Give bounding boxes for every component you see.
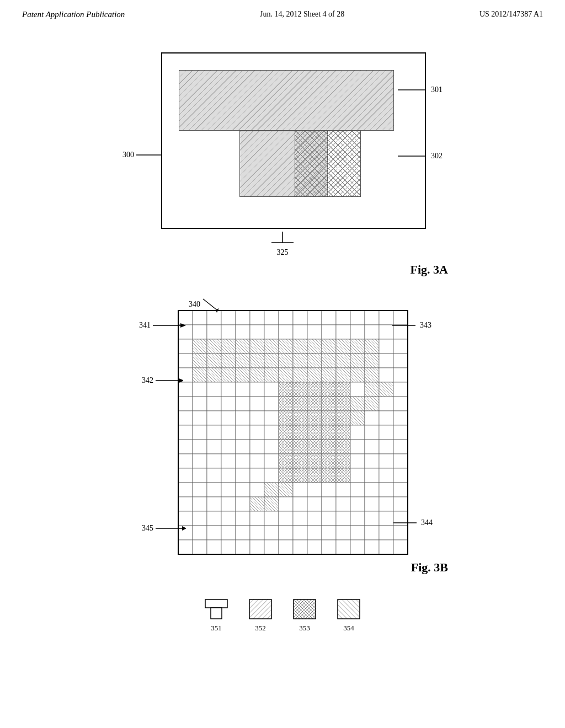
legend-item-352: 352 (247, 597, 274, 633)
label-345: 345 (142, 524, 186, 533)
legend-label-354: 354 (343, 624, 354, 633)
svg-line-6 (203, 299, 217, 310)
fig3a-t-top (179, 70, 394, 131)
label-301: 301 (398, 85, 443, 94)
arrow-342 (156, 377, 183, 385)
legend-label-352: 352 (255, 624, 266, 633)
svg-marker-9 (180, 323, 186, 328)
legend-label-353: 353 (299, 624, 310, 633)
header-left-text: Patent Application Publication (22, 10, 125, 19)
arrow-302 (398, 152, 431, 160)
page-header: Patent Application Publication Jun. 14, … (0, 0, 565, 25)
fig3b-title: Fig. 3B (117, 560, 448, 575)
fig3b-grid-area (178, 310, 407, 555)
label-302: 302 (398, 152, 443, 160)
label-340: 340 (189, 296, 228, 313)
arrow-343 (392, 322, 420, 330)
main-content: 300 (0, 25, 565, 644)
legend-item-354: 354 (335, 597, 363, 633)
svg-rect-17 (211, 608, 222, 619)
legend-section: 351 352 (33, 597, 532, 633)
label-341: 341 (139, 321, 186, 330)
arrow-345 (156, 524, 186, 533)
fig3a-overlap (295, 131, 361, 197)
legend-symbol-354 (335, 597, 363, 622)
arrow-300 (122, 149, 167, 160)
svg-rect-24 (338, 599, 360, 619)
label-343: 343 (392, 321, 431, 330)
fig3b-section: 340 341 342 (33, 310, 532, 575)
label-344: 344 (393, 518, 433, 527)
svg-rect-22 (294, 599, 316, 619)
legend-label-351: 351 (211, 624, 222, 633)
arrow-341 (153, 322, 186, 330)
fig3a-diagram: 301 302 325 (161, 52, 404, 257)
label-325: 325 (161, 232, 404, 257)
fig3a-title: Fig. 3A (117, 263, 448, 277)
legend-symbol-351 (202, 597, 230, 622)
svg-rect-16 (205, 599, 227, 608)
fig3a-section: 300 (33, 52, 532, 277)
fig3a-outer-box (161, 52, 426, 229)
header-center-text: Jun. 14, 2012 Sheet 4 of 28 (260, 10, 344, 19)
fig3b-wrapper: 340 341 342 (117, 310, 448, 555)
legend-symbol-353 (291, 597, 318, 622)
legend-symbol-352 (247, 597, 274, 622)
arrow-340 (200, 296, 228, 313)
arrow-301 (398, 85, 431, 94)
arrow-325 (260, 232, 305, 248)
svg-marker-15 (182, 526, 186, 531)
header-right-text: US 2012/147387 A1 (479, 10, 543, 19)
legend-item-351: 351 (202, 597, 230, 633)
svg-rect-19 (249, 599, 271, 619)
label-342: 342 (142, 376, 183, 385)
arrow-344 (393, 519, 421, 527)
svg-marker-11 (179, 378, 183, 383)
legend-item-353: 353 (291, 597, 318, 633)
